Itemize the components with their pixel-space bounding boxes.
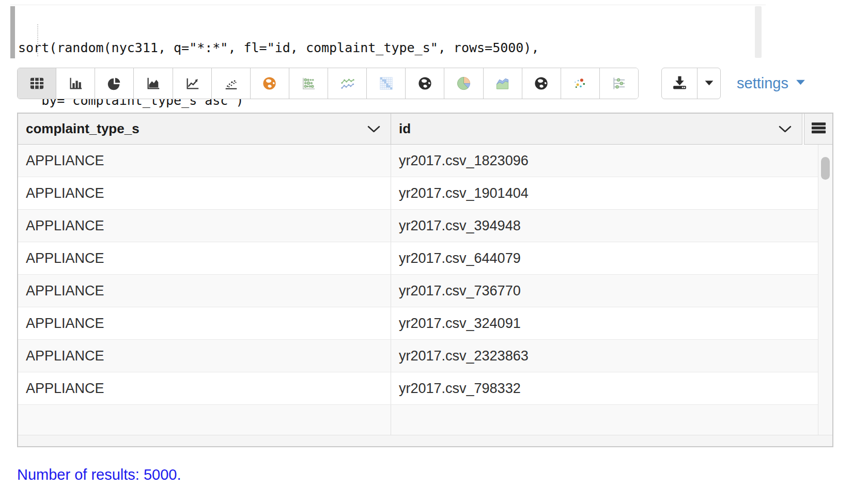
settings-dropdown[interactable]: settings: [737, 68, 807, 99]
globe-dark-icon: [417, 75, 433, 91]
viz-map-globe-orange-button[interactable]: [251, 68, 289, 99]
column-header-complaint-type[interactable]: complaint_type_s: [18, 114, 391, 145]
table-scrollbar-thumb[interactable]: [821, 157, 830, 180]
viz-line-chart-button[interactable]: [173, 68, 212, 99]
editor-scrollbar[interactable]: [755, 6, 762, 58]
table-row: APPLIANCEyr2017.csv_1823096: [18, 145, 818, 177]
hamburger-menu-icon: [811, 120, 827, 138]
globe-orange-icon: [261, 75, 277, 91]
table-row: APPLIANCEyr2017.csv_1901404: [18, 177, 818, 210]
viz-geo-map-button[interactable]: [406, 68, 444, 99]
table-row: APPLIANCEyr2017.csv_394948: [18, 210, 818, 242]
cell-id: yr2017.csv_324091: [391, 307, 818, 339]
pie-chart-icon: [106, 76, 122, 91]
chevron-down-icon[interactable]: [367, 121, 380, 137]
table-rows: APPLIANCEyr2017.csv_1823096APPLIANCEyr20…: [18, 145, 818, 435]
table-scrollbar[interactable]: [818, 145, 832, 435]
cell-id: yr2017.csv_1823096: [391, 145, 818, 177]
download-button[interactable]: [662, 68, 698, 99]
table-row: APPLIANCEyr2017.csv_798332: [18, 372, 818, 405]
cell-complaint-type: [18, 405, 391, 435]
cell-complaint-type: APPLIANCE: [18, 307, 391, 339]
column-header-id[interactable]: id: [391, 114, 802, 145]
viz-stacked-area-chart-button[interactable]: [484, 68, 522, 99]
viz-pie-chart-color-button[interactable]: [444, 68, 483, 99]
scatter-color-icon: [572, 75, 588, 91]
indent-guide: [37, 24, 38, 56]
download-icon: [671, 74, 688, 93]
table-row-partial: [18, 405, 818, 435]
download-split-button: [661, 68, 721, 99]
column-header-label: complaint_type_s: [26, 121, 140, 137]
cell-complaint-type: APPLIANCE: [18, 340, 391, 372]
results-table: complaint_type_s id APPLIANCEyr2017.csv_…: [17, 113, 833, 447]
globe-dark-icon: [533, 75, 549, 91]
viz-pie-chart-button[interactable]: [95, 68, 134, 99]
table-menu-button[interactable]: [804, 114, 832, 145]
cell-id: [391, 405, 818, 435]
cell-id: yr2017.csv_2323863: [391, 340, 818, 372]
bar-chart-icon: [68, 76, 83, 91]
viz-bubble-chart-button[interactable]: [289, 68, 328, 99]
table-row: APPLIANCEyr2017.csv_736770: [18, 275, 818, 307]
cell-complaint-type: APPLIANCE: [18, 372, 391, 404]
viz-heatmap-button[interactable]: [367, 68, 406, 99]
cell-complaint-type: APPLIANCE: [18, 145, 391, 177]
cell-id: yr2017.csv_798332: [391, 372, 818, 404]
table-header-row: complaint_type_s id: [18, 114, 832, 145]
table-row: APPLIANCEyr2017.csv_324091: [18, 307, 818, 340]
viz-button-group: [17, 68, 639, 99]
code-line: sort(random(nyc311, q="*:*", fl="id, com…: [18, 39, 539, 57]
caret-down-icon: [702, 75, 716, 91]
sliders-icon: [611, 75, 627, 91]
caret-down-icon: [794, 75, 807, 92]
line-chart-icon: [184, 76, 200, 91]
area-chart-icon: [145, 76, 161, 91]
pie-color-icon: [456, 75, 472, 91]
viz-bar-chart-button[interactable]: [56, 68, 95, 99]
table-body: APPLIANCEyr2017.csv_1823096APPLIANCEyr20…: [18, 145, 832, 435]
scatter-chart-icon: [223, 76, 239, 91]
cell-complaint-type: APPLIANCE: [18, 275, 391, 307]
multi-line-chart-icon: [339, 75, 355, 91]
viz-world-map-button[interactable]: [522, 68, 561, 99]
table-icon: [29, 75, 45, 91]
cell-complaint-type: APPLIANCE: [18, 242, 391, 274]
editor-gutter-bar: [10, 6, 15, 58]
viz-area-chart-button[interactable]: [134, 68, 173, 99]
table-row: APPLIANCEyr2017.csv_644079: [18, 242, 818, 275]
table-horizontal-scrollbar[interactable]: [18, 435, 832, 446]
column-header-label: id: [399, 121, 411, 137]
cell-complaint-type: APPLIANCE: [18, 210, 391, 242]
cell-complaint-type: APPLIANCE: [18, 177, 391, 209]
viz-parallel-coords-button[interactable]: [600, 68, 638, 99]
heatmap-icon: [378, 75, 394, 91]
viz-scatter-chart-button[interactable]: [212, 68, 251, 99]
chevron-down-icon[interactable]: [779, 121, 792, 137]
table-row: APPLIANCEyr2017.csv_2323863: [18, 340, 818, 372]
viz-table-button[interactable]: [18, 68, 56, 99]
results-count: Number of results: 5000.: [17, 466, 181, 483]
download-caret-button[interactable]: [698, 68, 720, 99]
area-color-icon: [494, 75, 510, 91]
code-editor[interactable]: sort(random(nyc311, q="*:*", fl="id, com…: [0, 0, 775, 62]
bubble-chart-icon: [300, 75, 316, 91]
cell-id: yr2017.csv_644079: [391, 242, 818, 274]
cell-id: yr2017.csv_394948: [391, 210, 818, 242]
settings-label: settings: [737, 75, 788, 92]
cell-id: yr2017.csv_1901404: [391, 177, 818, 209]
cell-id: yr2017.csv_736770: [391, 275, 818, 307]
viz-scatter-color-button[interactable]: [561, 68, 600, 99]
viz-multi-line-chart-button[interactable]: [328, 68, 367, 99]
